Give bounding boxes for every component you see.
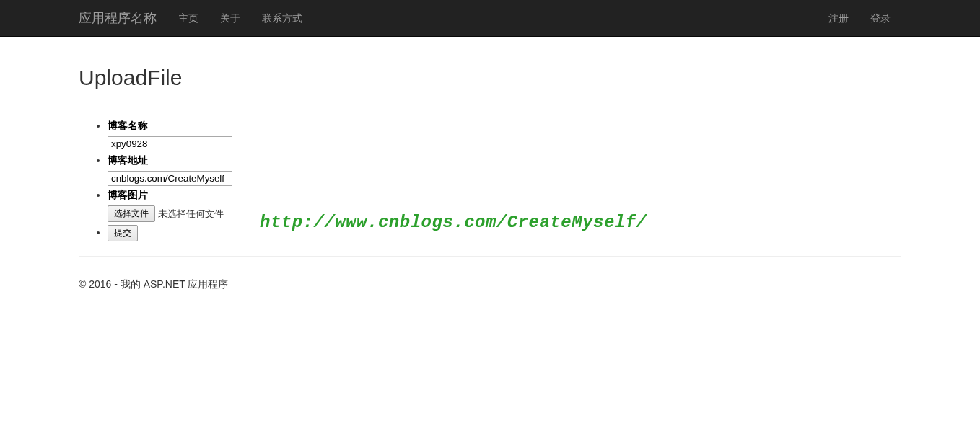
blog-image-label: 博客图片 (108, 189, 901, 202)
file-status-text: 未选择任何文件 (158, 208, 224, 221)
navbar: 应用程序名称 主页 关于 联系方式 注册 登录 (0, 0, 980, 37)
choose-file-button[interactable]: 选择文件 (108, 205, 155, 222)
submit-button[interactable]: 提交 (108, 225, 138, 241)
blog-url-label: 博客地址 (108, 154, 901, 167)
page-title: UploadFile (79, 66, 901, 90)
divider-top (79, 105, 901, 105)
blog-url-input[interactable] (108, 171, 232, 186)
blog-name-label: 博客名称 (108, 120, 901, 133)
nav-about[interactable]: 关于 (209, 0, 251, 36)
blog-name-input[interactable] (108, 136, 232, 151)
form-list: 博客名称 博客地址 博客图片 选择文件 未选择任何文件 提交 (79, 120, 901, 241)
nav-register[interactable]: 注册 (818, 0, 859, 36)
nav-contact[interactable]: 联系方式 (251, 0, 313, 36)
nav-login[interactable]: 登录 (859, 0, 901, 36)
brand-link[interactable]: 应用程序名称 (79, 0, 167, 36)
nav-home[interactable]: 主页 (167, 0, 209, 36)
footer: © 2016 - 我的 ASP.NET 应用程序 (79, 271, 901, 306)
footer-text: © 2016 - 我的 ASP.NET 应用程序 (79, 278, 901, 291)
divider-bottom (79, 256, 901, 257)
